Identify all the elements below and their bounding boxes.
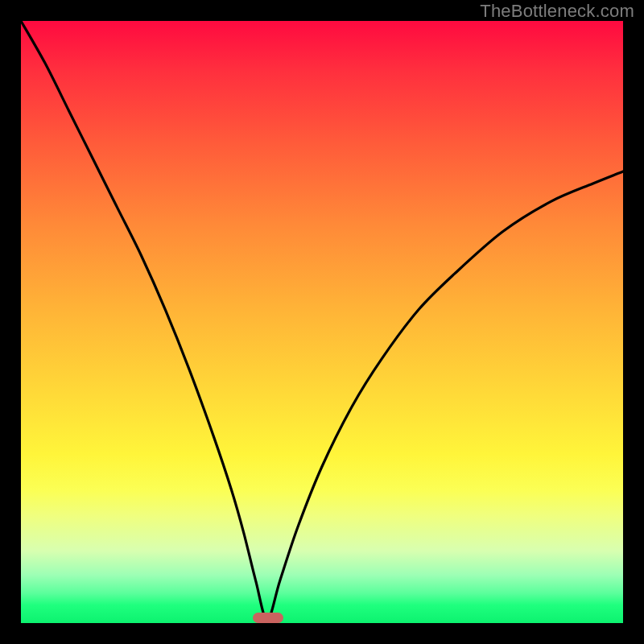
watermark-text: TheBottleneck.com <box>480 1 634 22</box>
chart-frame: TheBottleneck.com <box>0 0 644 644</box>
plot-area <box>21 21 623 623</box>
bottleneck-curve <box>21 21 623 623</box>
optimal-marker <box>253 613 283 623</box>
